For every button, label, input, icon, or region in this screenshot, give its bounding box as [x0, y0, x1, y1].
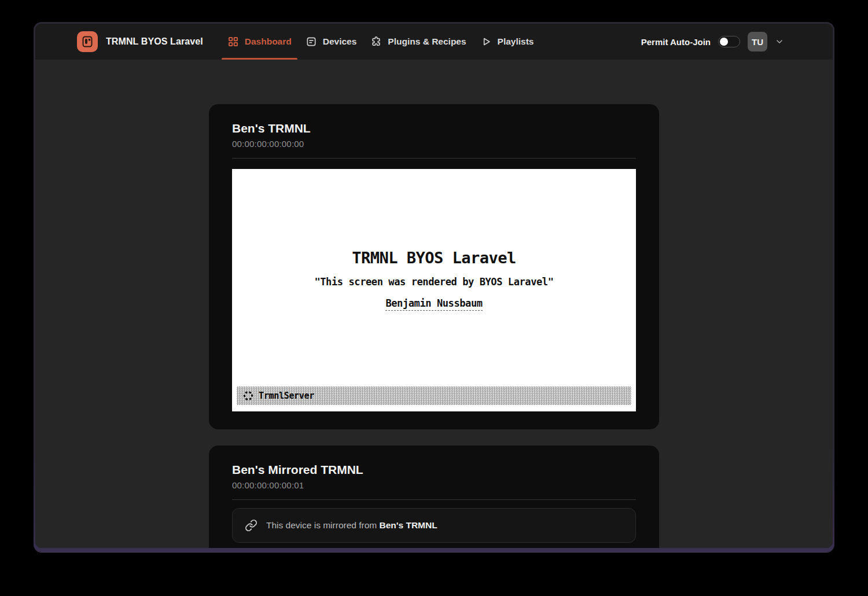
puzzle-icon — [370, 36, 382, 47]
nav-tab-dashboard[interactable]: Dashboard — [220, 24, 299, 60]
spinner-icon — [243, 391, 253, 401]
screen-status-label: TrmnlServer — [259, 391, 314, 401]
permit-auto-join-toggle[interactable] — [718, 36, 740, 47]
dashboard-grid-icon — [227, 36, 239, 47]
screen-quote: "This screen was rendered by BYOS Larave… — [232, 276, 636, 288]
nav-tab-plugins-recipes[interactable]: Plugins & Recipes — [363, 24, 473, 60]
nav-tab-playlists[interactable]: Playlists — [473, 24, 541, 60]
navbar-right: Permit Auto-Join TU — [641, 24, 784, 60]
user-avatar[interactable]: TU — [748, 32, 767, 51]
app-window: TRMNL BYOS Laravel Dashboard — [35, 24, 833, 548]
nav-label: Playlists — [498, 36, 534, 47]
nav-tab-devices[interactable]: Devices — [299, 24, 364, 60]
permit-auto-join-label: Permit Auto-Join — [641, 37, 711, 47]
brand: TRMNL BYOS Laravel — [77, 24, 203, 60]
nav-label: Dashboard — [245, 36, 292, 47]
device-mac-address: 00:00:00:00:00:01 — [232, 480, 636, 490]
mirror-source-device: Ben's TRMNL — [380, 520, 437, 530]
desktop-background: TRMNL BYOS Laravel Dashboard — [0, 0, 868, 596]
nav-label: Devices — [323, 36, 357, 47]
devices-list-icon — [306, 36, 317, 47]
divider — [232, 499, 636, 500]
device-screen-preview: TRMNL BYOS Laravel "This screen was rend… — [232, 169, 636, 411]
trmnl-logo-icon — [77, 31, 98, 52]
app-window-frame: TRMNL BYOS Laravel Dashboard — [34, 22, 834, 552]
device-card-bens-trmnl: Ben's TRMNL 00:00:00:00:00:00 TRMNL BYOS… — [209, 104, 659, 429]
chevron-down-icon[interactable] — [775, 37, 784, 46]
screen-status-bar: TrmnlServer — [237, 387, 631, 405]
device-name: Ben's Mirrored TRMNL — [232, 463, 636, 477]
divider — [232, 158, 636, 159]
screen-heading: TRMNL BYOS Laravel — [232, 249, 636, 267]
app-title: TRMNL BYOS Laravel — [106, 36, 203, 47]
nav-label: Plugins & Recipes — [388, 36, 466, 47]
device-card-bens-mirrored-trmnl: Ben's Mirrored TRMNL 00:00:00:00:00:01 T… — [209, 446, 659, 548]
mirror-info-banner: This device is mirrored from Ben's TRMNL — [232, 508, 636, 543]
dashboard-content: Ben's TRMNL 00:00:00:00:00:00 TRMNL BYOS… — [35, 60, 833, 548]
device-name: Ben's TRMNL — [232, 122, 636, 135]
device-mac-address: 00:00:00:00:00:00 — [232, 139, 636, 149]
main-nav: Dashboard Devices — [220, 24, 541, 60]
mirror-note-text: This device is mirrored from Ben's TRMNL — [266, 520, 437, 531]
screen-author: Benjamin Nussbaum — [385, 297, 482, 311]
top-navbar: TRMNL BYOS Laravel Dashboard — [35, 24, 833, 60]
toggle-knob — [720, 38, 728, 46]
play-icon — [480, 36, 492, 47]
link-icon — [245, 519, 258, 532]
screen-content: TRMNL BYOS Laravel "This screen was rend… — [232, 169, 636, 311]
mirror-note-prefix: This device is mirrored from — [266, 520, 380, 530]
